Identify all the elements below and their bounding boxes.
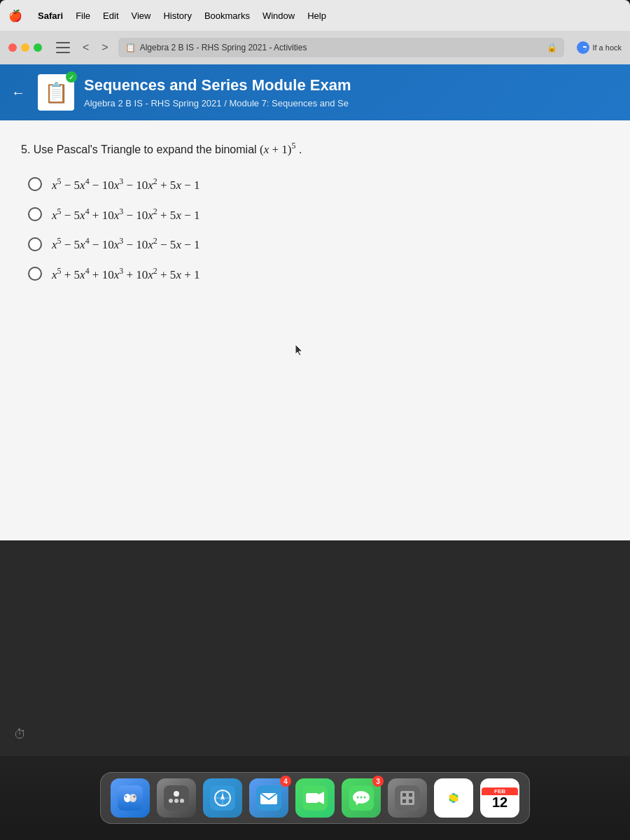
mail-badge: 4 — [280, 776, 291, 787]
cursor — [294, 343, 304, 358]
google-hint-text: If a hock — [592, 43, 622, 52]
close-button[interactable] — [8, 43, 17, 52]
question-number: 5. — [21, 144, 34, 155]
exam-back-button[interactable]: ← — [11, 85, 25, 101]
dock-photos[interactable] — [434, 778, 473, 818]
menu-history[interactable]: History — [163, 10, 191, 21]
menu-view[interactable]: View — [132, 10, 151, 21]
choice-d-text: x5 + 5x4 + 10x3 + 10x2 + 5x + 1 — [52, 266, 200, 282]
svg-point-25 — [357, 797, 359, 799]
answer-choices: x5 − 5x4 − 10x3 − 10x2 + 5x − 1 x5 − 5x4… — [28, 176, 609, 282]
svg-rect-6 — [164, 785, 189, 811]
choice-a[interactable]: x5 − 5x4 − 10x3 − 10x2 + 5x − 1 — [28, 176, 609, 192]
svg-point-3 — [130, 794, 136, 802]
svg-rect-31 — [409, 793, 412, 797]
checkmark-badge: ✓ — [66, 71, 77, 83]
mac-screen: 🍎 Safari File Edit View History Bookmark… — [0, 0, 630, 756]
question-body: Use Pascal's Triangle to expand the bino… — [34, 144, 260, 155]
calendar-month: FEB — [482, 788, 518, 795]
privacy-icon: 🔒 — [547, 43, 557, 52]
choice-c[interactable]: x5 − 5x4 − 10x3 − 10x2 − 5x − 1 — [28, 236, 609, 252]
exam-title-area: Sequences and Series Module Exam Algebra… — [84, 76, 619, 108]
calendar-date: 12 — [492, 795, 507, 809]
radio-a[interactable] — [28, 177, 42, 191]
svg-point-9 — [174, 799, 178, 803]
main-content: 5. Use Pascal's Triangle to expand the b… — [0, 120, 630, 540]
exam-subtitle: Algebra 2 B IS - RHS Spring 2021 / Modul… — [84, 98, 619, 108]
choice-a-text: x5 − 5x4 − 10x3 − 10x2 + 5x − 1 — [52, 176, 200, 192]
svg-point-27 — [364, 797, 366, 799]
apple-menu[interactable]: 🍎 — [8, 9, 22, 22]
dock-safari[interactable] — [203, 778, 242, 818]
question-period: . — [299, 144, 302, 155]
address-bar[interactable]: 📋 Algebra 2 B IS - RHS Spring 2021 - Act… — [118, 38, 565, 57]
choice-b-text: x5 − 5x4 + 10x3 − 10x2 + 5x − 1 — [52, 206, 200, 223]
menu-bookmarks[interactable]: Bookmarks — [204, 10, 250, 21]
exam-icon: 📋 ✓ — [38, 74, 74, 111]
minimize-button[interactable] — [21, 43, 29, 52]
svg-point-10 — [180, 799, 184, 803]
exam-title: Sequences and Series Module Exam — [84, 76, 619, 94]
dock-finder[interactable] — [111, 778, 150, 818]
svg-point-8 — [169, 799, 173, 803]
history-button[interactable]: ⏱ — [14, 727, 27, 742]
sidebar-toggle[interactable] — [56, 42, 70, 53]
dock-launchpad[interactable] — [157, 778, 196, 818]
back-nav-button[interactable]: < — [80, 40, 92, 55]
svg-rect-20 — [306, 793, 318, 803]
favicon: 📋 — [125, 43, 136, 52]
dock-facetime[interactable] — [295, 778, 335, 818]
choice-b[interactable]: x5 − 5x4 + 10x3 − 10x2 + 5x − 1 — [28, 206, 609, 223]
svg-point-26 — [360, 797, 363, 799]
radio-b[interactable] — [28, 207, 42, 221]
svg-rect-33 — [409, 799, 412, 803]
menu-edit[interactable]: Edit — [103, 10, 118, 21]
forward-nav-button[interactable]: > — [99, 40, 111, 55]
messages-badge: 3 — [372, 776, 384, 787]
menu-file[interactable]: File — [76, 10, 90, 21]
traffic-lights — [8, 43, 42, 52]
menu-help[interactable]: Help — [307, 10, 326, 21]
svg-point-5 — [134, 796, 136, 798]
choice-d[interactable]: x5 + 5x4 + 10x3 + 10x2 + 5x + 1 — [28, 266, 609, 282]
svg-rect-30 — [402, 793, 406, 797]
google-icon — [577, 41, 589, 54]
question-text: 5. Use Pascal's Triangle to expand the b… — [21, 140, 609, 158]
dock-music[interactable] — [388, 778, 427, 818]
choice-c-text: x5 − 5x4 − 10x3 − 10x2 − 5x − 1 — [52, 236, 200, 252]
svg-rect-32 — [402, 799, 406, 803]
browser-toolbar: < > 📋 Algebra 2 B IS - RHS Spring 2021 -… — [0, 31, 630, 64]
dock-calendar[interactable]: FEB 12 — [480, 778, 519, 818]
url-text: Algebra 2 B IS - RHS Spring 2021 - Activ… — [140, 43, 543, 52]
question-expression: (x + 1)5 — [260, 143, 295, 156]
svg-point-4 — [125, 796, 127, 798]
menu-safari[interactable]: Safari — [38, 10, 63, 21]
dock-mail[interactable]: 4 — [249, 778, 288, 818]
menu-window[interactable]: Window — [262, 10, 295, 21]
radio-c[interactable] — [28, 237, 42, 251]
svg-point-7 — [174, 791, 179, 797]
fullscreen-button[interactable] — [34, 43, 42, 52]
radio-d[interactable] — [28, 267, 42, 281]
menu-bar: 🍎 Safari File Edit View History Bookmark… — [0, 0, 630, 31]
exam-header: ← 📋 ✓ Sequences and Series Module Exam A… — [0, 64, 630, 120]
dock-messages[interactable]: 3 — [342, 778, 381, 818]
dock-area: 4 3 — [0, 756, 630, 840]
dock: 4 3 — [100, 772, 530, 824]
